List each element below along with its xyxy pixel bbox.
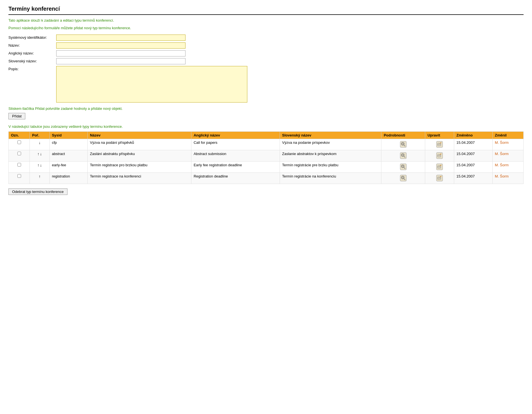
detail-button[interactable] [399, 163, 407, 171]
table-row: ↑↓early-feeTermín registrace pro brzkou … [9, 161, 524, 173]
add-button[interactable]: Přidat [8, 113, 25, 119]
edit-icon [436, 175, 443, 181]
arrow-cell: ↓ [30, 139, 49, 150]
sysid-cell: abstract [49, 150, 87, 161]
svg-rect-13 [436, 153, 443, 159]
info-text-2: Pomocí následujícího formuláře můžete př… [8, 26, 524, 30]
arrow-down-button[interactable]: ↓ [40, 152, 42, 156]
anglicky-cell: Registration deadline [191, 173, 280, 184]
slovak-input[interactable] [56, 58, 185, 64]
nazev-cell: Termín registrace pro brzkou platbu [88, 161, 191, 173]
slovensky-cell: Termín registrácie na konferenciu [280, 173, 381, 184]
arrow-up-button[interactable]: ↑ [37, 163, 40, 167]
magnifier-icon [400, 152, 407, 159]
table-info: V následující tabulce jsou zobrazeny veš… [8, 124, 524, 129]
col-anglicky: Anglický název [191, 132, 280, 139]
slovak-label: Slovenský název: [8, 58, 56, 63]
sysid-label: Systémový identifikátor: [8, 35, 56, 40]
magnifier-icon [400, 141, 407, 148]
zmeneno-cell: 15.04.2007 [454, 161, 493, 173]
col-por: Poř. [30, 132, 49, 139]
nazev-input[interactable] [56, 42, 185, 49]
english-input[interactable] [56, 50, 185, 56]
col-sysid: Sysid [49, 132, 87, 139]
edit-button[interactable] [436, 140, 443, 148]
table-header-row: Ozn. Poř. Sysid Název Anglický název Slo… [9, 132, 524, 139]
anglicky-cell: Early fee registration deadline [191, 161, 280, 173]
english-row: Anglický název: [8, 50, 524, 56]
table-row: ↓cfpVýzva na podání příspěvkůCall for pa… [9, 139, 524, 150]
sysid-cell: early-fee [49, 161, 87, 173]
upravit-cell [425, 150, 454, 161]
row-checkbox[interactable] [17, 163, 21, 167]
slovensky-cell: Termín registrácie pre brzku platbu [280, 161, 381, 173]
edit-icon [436, 152, 443, 159]
table-row: ↑↓abstractZaslání abstraktu příspěvkuAbs… [9, 150, 524, 161]
nazev-label: Název: [8, 42, 56, 47]
magnifier-icon [400, 163, 407, 170]
magnifier-icon [400, 175, 407, 181]
col-zmenil: Změnil [492, 132, 523, 139]
zmenil-link[interactable]: M. Šorm [495, 140, 509, 145]
slovensky-cell: Zaslanie abstraktov k príspevkom [280, 150, 381, 161]
info-text-1: Tato aplikace slouží k zadávání a editac… [8, 18, 524, 22]
zmeneno-cell: 15.04.2007 [454, 150, 493, 161]
zmeneno-cell: 15.04.2007 [454, 139, 493, 150]
detail-button[interactable] [399, 152, 407, 160]
add-form: Systémový identifikátor: Název: Anglický… [8, 35, 524, 103]
english-label: Anglický název: [8, 50, 56, 55]
edit-button[interactable] [436, 163, 443, 171]
col-upravit: Upravit [425, 132, 454, 139]
sysid-input[interactable] [56, 35, 185, 41]
row-checkbox[interactable] [17, 140, 21, 144]
detail-button[interactable] [399, 140, 407, 148]
zmenil-cell: M. Šorm [492, 150, 523, 161]
nazev-cell: Výzva na podání příspěvků [88, 139, 191, 150]
col-zmeneno: Změněno [454, 132, 493, 139]
arrow-up-button[interactable]: ↑ [37, 152, 40, 156]
zmenil-link[interactable]: M. Šorm [495, 163, 509, 167]
arrow-cell: ↑↓ [30, 150, 49, 161]
podrobnosti-cell [381, 139, 425, 150]
edit-icon [436, 141, 443, 148]
table-row: ↑registrationTermín registrace na konfer… [9, 173, 524, 184]
arrow-up-button[interactable]: ↑ [38, 174, 41, 179]
sysid-row: Systémový identifikátor: [8, 35, 524, 41]
edit-icon [436, 163, 443, 170]
slovensky-cell: Výzva na podanie príspevkov [280, 139, 381, 150]
zmenil-link[interactable]: M. Šorm [495, 152, 509, 156]
submit-info: Stiskem tlačítka Přidat potvrdíte zadané… [8, 106, 524, 111]
nazev-row: Název: [8, 42, 524, 49]
col-podrobnosti: Podrobnosti [381, 132, 425, 139]
detail-button[interactable] [399, 174, 407, 182]
page-title: Termíny konferencí [8, 6, 524, 15]
zmenil-cell: M. Šorm [492, 161, 523, 173]
row-checkbox[interactable] [17, 174, 21, 178]
arrow-down-button[interactable]: ↓ [40, 163, 42, 167]
row-checkbox[interactable] [17, 152, 21, 155]
arrow-cell: ↑ [30, 173, 49, 184]
podrobnosti-cell [381, 173, 425, 184]
zmenil-link[interactable]: M. Šorm [495, 174, 509, 178]
zmenil-cell: M. Šorm [492, 139, 523, 150]
remove-button[interactable]: Odebrat typ termínu konference [8, 188, 67, 195]
upravit-cell [425, 173, 454, 184]
arrow-cell: ↑↓ [30, 161, 49, 173]
nazev-cell: Zaslání abstraktu příspěvku [88, 150, 191, 161]
col-nazev: Název [88, 132, 191, 139]
upravit-cell [425, 161, 454, 173]
edit-button[interactable] [436, 152, 443, 160]
col-slovensky: Slovenský název [280, 132, 381, 139]
nazev-cell: Termín registrace na konferenci [88, 173, 191, 184]
sysid-cell: registration [49, 173, 87, 184]
upravit-cell [425, 139, 454, 150]
zmeneno-cell: 15.04.2007 [454, 173, 493, 184]
slovak-row: Slovenský název: [8, 58, 524, 64]
svg-rect-22 [436, 164, 443, 170]
popis-textarea[interactable] [56, 66, 247, 103]
popis-label: Popis: [8, 66, 56, 71]
edit-button[interactable] [436, 174, 443, 182]
col-ozn: Ozn. [9, 132, 30, 139]
svg-rect-4 [436, 141, 443, 147]
arrow-down-button[interactable]: ↓ [38, 140, 41, 145]
